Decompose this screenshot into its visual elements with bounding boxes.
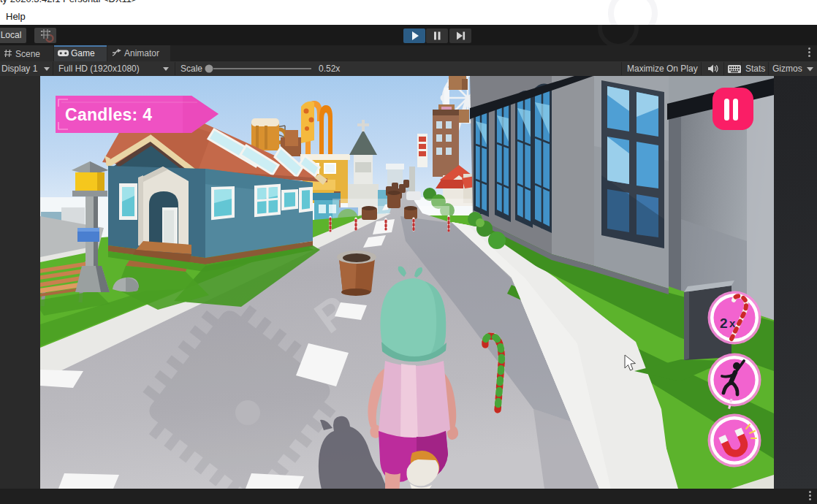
- svg-text:2: 2: [720, 316, 728, 331]
- svg-text:Candles: 4: Candles: 4: [65, 105, 152, 124]
